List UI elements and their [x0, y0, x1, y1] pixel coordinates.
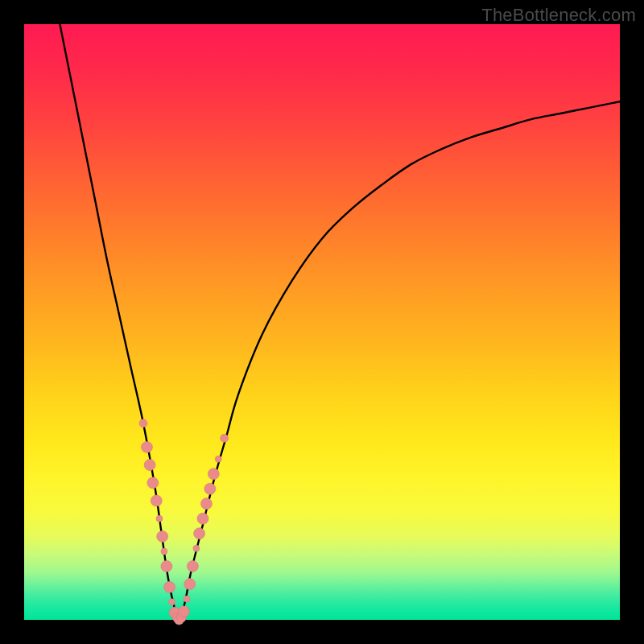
- watermark-text: TheBottleneck.com: [481, 5, 636, 26]
- data-marker: [147, 477, 159, 489]
- chart-frame: TheBottleneck.com: [0, 0, 644, 644]
- plot-area: [24, 24, 620, 620]
- data-marker: [144, 460, 155, 471]
- data-marker: [208, 469, 219, 480]
- data-marker: [187, 560, 198, 572]
- data-marker: [221, 434, 229, 442]
- marker-layer: [139, 419, 229, 625]
- data-marker: [184, 579, 196, 590]
- data-marker: [156, 515, 163, 522]
- data-marker: [215, 456, 221, 462]
- data-marker: [157, 530, 168, 542]
- data-marker: [164, 581, 175, 592]
- curve-layer: [24, 24, 620, 620]
- data-marker: [193, 545, 200, 551]
- data-marker: [169, 599, 175, 605]
- data-marker: [200, 498, 212, 510]
- data-marker: [194, 528, 205, 539]
- data-marker: [184, 596, 190, 602]
- data-marker: [139, 419, 147, 427]
- data-marker: [197, 513, 208, 524]
- bottleneck-curve: [60, 24, 620, 620]
- data-marker: [204, 483, 216, 494]
- data-marker: [161, 548, 167, 555]
- data-marker: [161, 560, 172, 572]
- data-marker: [151, 495, 162, 506]
- data-marker: [141, 441, 152, 452]
- data-marker: [178, 606, 189, 617]
